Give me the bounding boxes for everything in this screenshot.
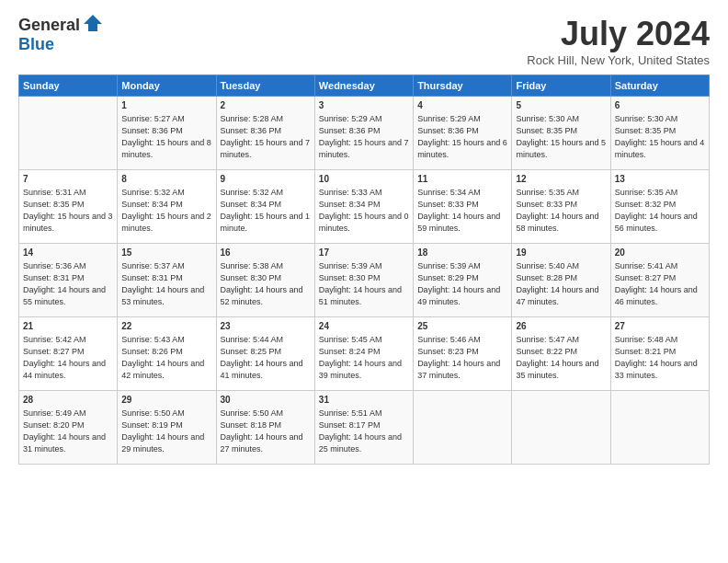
cell-date-number: 2 — [221, 99, 311, 112]
col-monday: Monday — [118, 75, 216, 97]
cell-date-number: 16 — [221, 247, 311, 259]
calendar-page: General Blue July 2024 Rock Hill, New Yo… — [0, 0, 728, 563]
cell-info: Sunrise: 5:36 AM Sunset: 8:31 PM Dayligh… — [23, 260, 113, 308]
calendar-cell: 21Sunrise: 5:42 AM Sunset: 8:27 PM Dayli… — [19, 317, 118, 391]
cell-date-number: 18 — [417, 247, 507, 259]
calendar-cell — [512, 391, 610, 465]
cell-info: Sunrise: 5:49 AM Sunset: 8:20 PM Dayligh… — [23, 408, 113, 455]
main-title: July 2024 — [527, 15, 710, 53]
header-row: Sunday Monday Tuesday Wednesday Thursday… — [19, 75, 710, 97]
cell-info: Sunrise: 5:35 AM Sunset: 8:32 PM Dayligh… — [615, 187, 705, 235]
cell-date-number: 6 — [615, 99, 705, 112]
calendar-cell: 3Sunrise: 5:29 AM Sunset: 8:36 PM Daylig… — [314, 97, 413, 170]
cell-date-number: 9 — [221, 173, 311, 186]
cell-date-number: 14 — [23, 247, 113, 259]
cell-date-number: 22 — [121, 320, 211, 333]
calendar-cell: 26Sunrise: 5:47 AM Sunset: 8:22 PM Dayli… — [512, 317, 610, 391]
calendar-cell: 31Sunrise: 5:51 AM Sunset: 8:17 PM Dayli… — [314, 391, 413, 465]
calendar-cell: 28Sunrise: 5:49 AM Sunset: 8:20 PM Dayli… — [19, 391, 118, 465]
cell-info: Sunrise: 5:48 AM Sunset: 8:21 PM Dayligh… — [615, 334, 705, 382]
cell-info: Sunrise: 5:44 AM Sunset: 8:25 PM Dayligh… — [221, 334, 311, 382]
calendar-cell: 19Sunrise: 5:40 AM Sunset: 8:28 PM Dayli… — [512, 244, 610, 317]
col-friday: Friday — [512, 75, 610, 97]
cell-date-number: 15 — [121, 247, 211, 259]
cell-info: Sunrise: 5:39 AM Sunset: 8:30 PM Dayligh… — [319, 260, 409, 308]
cell-info: Sunrise: 5:42 AM Sunset: 8:27 PM Dayligh… — [23, 334, 113, 382]
header: General Blue July 2024 Rock Hill, New Yo… — [18, 15, 710, 67]
col-wednesday: Wednesday — [314, 75, 413, 97]
cell-date-number: 24 — [319, 320, 409, 333]
cell-date-number: 31 — [319, 394, 409, 407]
week-row-5: 28Sunrise: 5:49 AM Sunset: 8:20 PM Dayli… — [19, 391, 710, 465]
week-row-3: 14Sunrise: 5:36 AM Sunset: 8:31 PM Dayli… — [19, 244, 710, 317]
calendar-cell — [19, 97, 118, 170]
cell-info: Sunrise: 5:38 AM Sunset: 8:30 PM Dayligh… — [221, 260, 311, 308]
calendar-cell: 6Sunrise: 5:30 AM Sunset: 8:35 PM Daylig… — [610, 97, 709, 170]
calendar-cell: 9Sunrise: 5:32 AM Sunset: 8:34 PM Daylig… — [216, 170, 314, 244]
calendar-cell: 20Sunrise: 5:41 AM Sunset: 8:27 PM Dayli… — [610, 244, 709, 317]
calendar-cell: 27Sunrise: 5:48 AM Sunset: 8:21 PM Dayli… — [610, 317, 709, 391]
calendar-cell: 8Sunrise: 5:32 AM Sunset: 8:34 PM Daylig… — [118, 170, 216, 244]
cell-date-number: 10 — [319, 173, 409, 186]
col-thursday: Thursday — [414, 75, 512, 97]
cell-date-number: 3 — [319, 99, 409, 112]
calendar-cell: 12Sunrise: 5:35 AM Sunset: 8:33 PM Dayli… — [512, 170, 610, 244]
cell-info: Sunrise: 5:35 AM Sunset: 8:33 PM Dayligh… — [516, 187, 606, 235]
cell-info: Sunrise: 5:27 AM Sunset: 8:36 PM Dayligh… — [121, 113, 211, 161]
cell-date-number: 21 — [23, 320, 113, 333]
calendar-cell: 5Sunrise: 5:30 AM Sunset: 8:35 PM Daylig… — [512, 97, 610, 170]
calendar-cell: 23Sunrise: 5:44 AM Sunset: 8:25 PM Dayli… — [216, 317, 314, 391]
cell-info: Sunrise: 5:50 AM Sunset: 8:18 PM Dayligh… — [221, 408, 311, 455]
cell-date-number: 28 — [23, 394, 113, 407]
cell-date-number: 26 — [516, 320, 606, 333]
logo-blue-text: Blue — [18, 35, 54, 53]
svg-marker-0 — [84, 15, 102, 31]
calendar-cell: 4Sunrise: 5:29 AM Sunset: 8:36 PM Daylig… — [414, 97, 512, 170]
calendar-cell: 29Sunrise: 5:50 AM Sunset: 8:19 PM Dayli… — [118, 391, 216, 465]
cell-info: Sunrise: 5:50 AM Sunset: 8:19 PM Dayligh… — [121, 408, 211, 455]
calendar-cell: 10Sunrise: 5:33 AM Sunset: 8:34 PM Dayli… — [314, 170, 413, 244]
cell-date-number: 20 — [615, 247, 705, 259]
calendar-cell: 14Sunrise: 5:36 AM Sunset: 8:31 PM Dayli… — [19, 244, 118, 317]
cell-info: Sunrise: 5:47 AM Sunset: 8:22 PM Dayligh… — [516, 334, 606, 382]
cell-info: Sunrise: 5:32 AM Sunset: 8:34 PM Dayligh… — [121, 187, 211, 235]
cell-date-number: 30 — [221, 394, 311, 407]
cell-date-number: 12 — [516, 173, 606, 186]
cell-date-number: 11 — [417, 173, 507, 186]
cell-date-number: 29 — [121, 394, 211, 407]
cell-info: Sunrise: 5:31 AM Sunset: 8:35 PM Dayligh… — [23, 187, 113, 235]
cell-info: Sunrise: 5:29 AM Sunset: 8:36 PM Dayligh… — [319, 113, 409, 161]
cell-date-number: 1 — [121, 99, 211, 112]
calendar-cell: 1Sunrise: 5:27 AM Sunset: 8:36 PM Daylig… — [118, 97, 216, 170]
cell-info: Sunrise: 5:34 AM Sunset: 8:33 PM Dayligh… — [417, 187, 507, 235]
cell-info: Sunrise: 5:32 AM Sunset: 8:34 PM Dayligh… — [221, 187, 311, 235]
col-saturday: Saturday — [610, 75, 709, 97]
cell-info: Sunrise: 5:51 AM Sunset: 8:17 PM Dayligh… — [319, 408, 409, 455]
calendar-cell — [414, 391, 512, 465]
logo-icon — [84, 15, 102, 35]
cell-date-number: 7 — [23, 173, 113, 186]
calendar-cell: 15Sunrise: 5:37 AM Sunset: 8:31 PM Dayli… — [118, 244, 216, 317]
week-row-1: 1Sunrise: 5:27 AM Sunset: 8:36 PM Daylig… — [19, 97, 710, 170]
title-area: July 2024 Rock Hill, New York, United St… — [527, 15, 710, 67]
cell-date-number: 8 — [121, 173, 211, 186]
cell-info: Sunrise: 5:37 AM Sunset: 8:31 PM Dayligh… — [121, 260, 211, 308]
cell-date-number: 25 — [417, 320, 507, 333]
week-row-2: 7Sunrise: 5:31 AM Sunset: 8:35 PM Daylig… — [19, 170, 710, 244]
cell-date-number: 13 — [615, 173, 705, 186]
cell-info: Sunrise: 5:30 AM Sunset: 8:35 PM Dayligh… — [516, 113, 606, 161]
calendar-cell: 24Sunrise: 5:45 AM Sunset: 8:24 PM Dayli… — [314, 317, 413, 391]
logo: General Blue — [18, 15, 102, 54]
cell-info: Sunrise: 5:29 AM Sunset: 8:36 PM Dayligh… — [417, 113, 507, 161]
calendar-table: Sunday Monday Tuesday Wednesday Thursday… — [18, 75, 710, 465]
cell-info: Sunrise: 5:30 AM Sunset: 8:35 PM Dayligh… — [615, 113, 705, 161]
cell-date-number: 17 — [319, 247, 409, 259]
cell-info: Sunrise: 5:43 AM Sunset: 8:26 PM Dayligh… — [121, 334, 211, 382]
cell-date-number: 27 — [615, 320, 705, 333]
calendar-cell: 30Sunrise: 5:50 AM Sunset: 8:18 PM Dayli… — [216, 391, 314, 465]
week-row-4: 21Sunrise: 5:42 AM Sunset: 8:27 PM Dayli… — [19, 317, 710, 391]
subtitle: Rock Hill, New York, United States — [527, 53, 710, 67]
calendar-cell: 18Sunrise: 5:39 AM Sunset: 8:29 PM Dayli… — [414, 244, 512, 317]
cell-date-number: 5 — [516, 99, 606, 112]
col-tuesday: Tuesday — [216, 75, 314, 97]
